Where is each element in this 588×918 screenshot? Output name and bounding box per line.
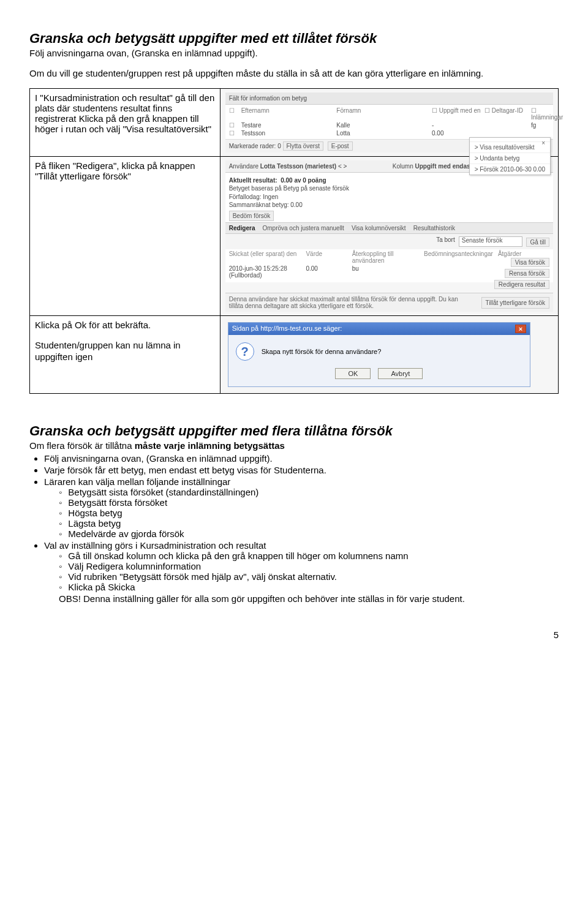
- th-sent: Skickat (eller sparat) den: [229, 250, 301, 264]
- col-task[interactable]: Uppgift med en: [439, 107, 481, 114]
- section2-lead: Om flera försök är tillåtna måste varje …: [29, 440, 559, 452]
- column-label: Kolumn: [393, 163, 413, 170]
- section1-p2: Om du vill ge studenten/gruppen rest på …: [29, 68, 559, 80]
- move-top-button[interactable]: Flytta överst: [283, 141, 323, 151]
- cell-sub-2: [531, 130, 549, 137]
- grade-grid: ☐ Efternamn Förnamn ☐ Uppgift med en ☐ D…: [225, 105, 553, 139]
- close-icon[interactable]: ×: [515, 325, 526, 333]
- cell-firstname-1: Kalle: [336, 122, 428, 129]
- allow-more-attempts-button[interactable]: Tillåt ytterligare försök: [481, 297, 549, 309]
- screenshot-result-detail: Användare Lotta Testsson (marietest) < >…: [225, 160, 553, 312]
- bullet-3-1: Betygsätt sista försöket (standardinstäl…: [59, 487, 559, 497]
- latest-attempt-select[interactable]: Senaste försök: [459, 236, 523, 247]
- lead-part-b: måste varje inlämning betygsättas: [135, 440, 285, 451]
- col-participant-id[interactable]: Deltagar-ID: [492, 107, 523, 114]
- clear-attempt-button[interactable]: Rensa försök: [505, 269, 549, 278]
- context-menu: × > Visa resultatöversikt > Undanta bety…: [469, 137, 551, 175]
- tab-edit[interactable]: Redigera: [229, 225, 255, 231]
- td-value: 0.00: [306, 265, 347, 279]
- question-icon: ?: [236, 342, 254, 361]
- bullet-1: Följ anvisningarna ovan, (Granska en inl…: [44, 453, 559, 464]
- section1-heading: Granska och betygsätt uppgifter med ett …: [29, 31, 559, 47]
- bullet-4-4: Klicka på Skicka: [59, 582, 559, 592]
- cell-value-1: -: [432, 122, 481, 129]
- menu-view-result[interactable]: > Visa resultatöversikt: [470, 142, 550, 153]
- bullet-3-3: Högsta betyg: [59, 508, 559, 518]
- edit-result-button[interactable]: Redigera resultat: [494, 280, 549, 289]
- cancel-button[interactable]: Avbryt: [378, 368, 423, 379]
- bullet-3-2: Betygsätt första försöket: [59, 497, 559, 508]
- total-line: Sammanräknat betyg: 0.00: [229, 201, 303, 208]
- th-value: Värde: [306, 250, 347, 264]
- max-attempts-note: Denna användare har skickat maximalt ant…: [229, 296, 474, 309]
- due-line: Förfallodag: Ingen: [229, 194, 279, 200]
- cell-lastname-2: Testsson: [241, 130, 333, 137]
- tab-adjust[interactable]: Ompröva och justera manuellt: [262, 225, 344, 231]
- col-submissions[interactable]: Inlämningar: [531, 114, 563, 121]
- steps-table: I "Kursadministration och resultat" gå t…: [29, 88, 559, 394]
- dialog-title: Sidan på http://lms-test.oru.se säger:: [232, 325, 342, 333]
- section2-list: Följ anvisningarna ovan, (Granska en inl…: [44, 453, 559, 592]
- menu-exclude-grade[interactable]: > Undanta betyg: [470, 153, 550, 164]
- tab-history[interactable]: Resultathistorik: [413, 225, 455, 231]
- th-feedback: Återkoppling till användaren: [352, 250, 419, 264]
- remove-label: Ta bort: [436, 236, 455, 247]
- step3b-text: Studenten/gruppen kan nu lämna in uppgif…: [35, 340, 215, 363]
- go-button[interactable]: Gå till: [526, 238, 549, 247]
- cell-firstname-2: Lotta: [336, 130, 428, 137]
- ok-button[interactable]: OK: [335, 368, 371, 379]
- obs-note: OBS! Denna inställning gäller för alla s…: [59, 593, 559, 605]
- cell-sub-1: fg: [531, 122, 549, 129]
- bullet-3-5: Medelvärde av gjorda försök: [59, 529, 559, 539]
- step2-text: På fliken "Redigera", klicka på knappen …: [30, 156, 221, 316]
- basis-line: Betyget baseras på Betyg på senaste förs…: [229, 185, 349, 192]
- bullet-4-3: Vid rubriken "Betygsätt försök med hjälp…: [59, 571, 559, 582]
- user-value: Lotta Testsson (marietest): [260, 163, 336, 170]
- confirm-dialog: Sidan på http://lms-test.oru.se säger: ×…: [228, 322, 531, 387]
- col-firstname[interactable]: Förnamn: [336, 107, 428, 121]
- step1-text: I "Kursadministration och resultat" gå t…: [30, 88, 221, 156]
- current-result-value: 0.00 av 0 poäng: [281, 177, 326, 184]
- section2-heading: Granska och betygsätt uppgifter med fler…: [29, 423, 559, 439]
- screenshot-grade-grid: Fält för information om betyg ☐ Efternam…: [225, 92, 553, 152]
- col-lastname[interactable]: Efternamn: [241, 107, 333, 121]
- th-notes: Bedömningsanteckningar: [424, 250, 493, 264]
- current-result-label: Aktuellt resultat:: [229, 177, 277, 184]
- cell-id-1: [484, 122, 527, 129]
- grid-toolbar: Markerade rader: 0 Flytta överst E-post …: [225, 139, 553, 152]
- bullet-3-4: Lägsta betyg: [59, 518, 559, 529]
- step3a-text: Klicka på Ok för att bekräfta.: [35, 320, 215, 331]
- lead-part-a: Om flera försök är tillåtna: [29, 440, 135, 451]
- marked-rows-label: Markerade rader: 0: [229, 143, 281, 149]
- view-attempt-button[interactable]: Visa försök: [511, 258, 549, 267]
- section1-p1: Följ anvisningarna ovan, (Granska en inl…: [29, 48, 559, 59]
- info-field-label: Fält för information om betyg: [225, 92, 553, 105]
- bullet-4-1: Gå till önskad kolumn och klicka på den …: [59, 551, 559, 561]
- email-button[interactable]: E-post: [328, 141, 353, 151]
- menu-attempt[interactable]: > Försök 2010-06-30 0.00: [470, 164, 550, 175]
- grade-attempt-button[interactable]: Bedöm försök: [229, 211, 274, 222]
- bullet-4: Val av inställning görs i Kursadministra…: [44, 540, 559, 592]
- bullet-4-2: Välj Redigera kolumninformation: [59, 561, 559, 571]
- bullet-3: Läraren kan välja mellan följande instäl…: [44, 476, 559, 539]
- user-nav[interactable]: < >: [338, 163, 347, 170]
- cell-id-2: [484, 130, 527, 137]
- td-sent: 2010-jun-30 15:25:28 (Fullbordad): [229, 265, 301, 279]
- cell-value-2: 0.00: [432, 130, 481, 137]
- cell-lastname-1: Testare: [241, 122, 333, 129]
- close-icon[interactable]: ×: [541, 140, 545, 146]
- page-number: 5: [29, 630, 559, 640]
- dialog-message: Skapa nytt försök för denna användare?: [262, 348, 382, 355]
- tab-column-overview[interactable]: Visa kolumnöversikt: [352, 225, 406, 231]
- bullet-2: Varje försök får ett betyg, men endast e…: [44, 465, 559, 475]
- user-label: Användare: [229, 163, 258, 170]
- td-feedback: bu: [352, 265, 419, 279]
